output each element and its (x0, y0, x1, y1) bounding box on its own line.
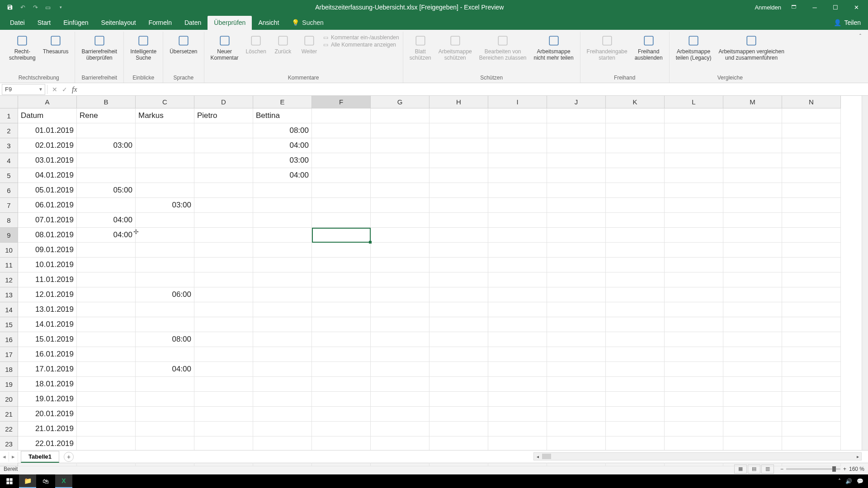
cell[interactable] (665, 287, 723, 302)
cell[interactable] (371, 183, 429, 198)
tab-start[interactable]: Start (31, 16, 57, 30)
action-center-icon[interactable]: 💬 (857, 478, 863, 484)
undo-icon[interactable]: ↶ (19, 4, 26, 11)
cell[interactable] (136, 213, 194, 228)
cell[interactable] (194, 332, 253, 347)
cell[interactable] (606, 272, 665, 287)
cell[interactable] (606, 138, 665, 153)
cell[interactable] (312, 302, 371, 317)
ribbon-button[interactable]: NeuerKommentar (208, 33, 241, 62)
cell[interactable] (547, 243, 606, 258)
cell[interactable] (429, 108, 488, 123)
cell[interactable] (723, 422, 782, 436)
cell[interactable] (665, 123, 723, 138)
cell[interactable] (253, 317, 312, 332)
cell[interactable] (371, 422, 429, 436)
cell[interactable] (136, 243, 194, 258)
cell[interactable] (194, 168, 253, 183)
zoom-out-icon[interactable]: − (780, 466, 783, 472)
cell[interactable] (665, 302, 723, 317)
cell[interactable]: 17.01.2019 (18, 362, 77, 377)
cell[interactable] (77, 332, 136, 347)
column-header[interactable]: G (371, 96, 429, 108)
cell[interactable] (665, 392, 723, 407)
cell[interactable] (371, 213, 429, 228)
cell[interactable] (606, 347, 665, 362)
cell[interactable] (136, 392, 194, 407)
cell[interactable]: 03:00 (136, 198, 194, 213)
cell[interactable] (253, 302, 312, 317)
row-header[interactable]: 18 (0, 362, 18, 377)
cell[interactable] (488, 392, 547, 407)
cell[interactable] (488, 302, 547, 317)
cell[interactable] (782, 108, 841, 123)
cell[interactable] (253, 198, 312, 213)
cell[interactable] (371, 198, 429, 213)
cell[interactable]: 16.01.2019 (18, 347, 77, 362)
cell[interactable] (77, 243, 136, 258)
cell[interactable] (371, 347, 429, 362)
cell[interactable] (77, 317, 136, 332)
cell[interactable] (77, 347, 136, 362)
cell[interactable] (665, 377, 723, 392)
cell[interactable] (606, 228, 665, 243)
cell[interactable] (194, 317, 253, 332)
cell[interactable] (782, 362, 841, 377)
cell[interactable] (253, 258, 312, 272)
cell[interactable] (136, 436, 194, 451)
cell[interactable] (371, 436, 429, 451)
cell[interactable] (136, 258, 194, 272)
cell[interactable] (77, 436, 136, 451)
cell[interactable] (782, 302, 841, 317)
cell[interactable] (547, 362, 606, 377)
cell[interactable]: 07.01.2019 (18, 213, 77, 228)
cell[interactable] (371, 392, 429, 407)
cell[interactable] (665, 108, 723, 123)
cell[interactable] (194, 213, 253, 228)
tab-überprüfen[interactable]: Überprüfen (208, 16, 252, 30)
cell[interactable] (606, 377, 665, 392)
tab-einfügen[interactable]: Einfügen (57, 16, 94, 30)
vertical-scrollbar[interactable] (862, 96, 868, 450)
cell[interactable] (77, 198, 136, 213)
column-header[interactable]: M (723, 96, 782, 108)
cell[interactable]: 22.01.2019 (18, 436, 77, 451)
ribbon-button[interactable]: Recht-schreibung (6, 33, 38, 62)
cell[interactable] (371, 243, 429, 258)
excel-taskbar-icon[interactable]: X (55, 474, 72, 488)
row-header[interactable]: 22 (0, 422, 18, 436)
cell[interactable] (312, 243, 371, 258)
cell[interactable] (723, 258, 782, 272)
cell[interactable]: Datum (18, 108, 77, 123)
ribbon-button[interactable]: Freihandausblenden (632, 33, 665, 62)
tray-up-icon[interactable]: ˄ (838, 478, 841, 484)
cell[interactable] (77, 422, 136, 436)
cell[interactable] (782, 258, 841, 272)
cell[interactable] (723, 213, 782, 228)
cell[interactable] (136, 168, 194, 183)
cell[interactable] (665, 436, 723, 451)
cell[interactable] (371, 362, 429, 377)
ribbon-button[interactable]: Arbeitsmappenicht mehr teilen (531, 33, 576, 62)
row-header[interactable]: 16 (0, 332, 18, 347)
cell[interactable]: 21.01.2019 (18, 422, 77, 436)
cell[interactable]: 04:00 (136, 362, 194, 377)
cell[interactable] (723, 407, 782, 422)
cell[interactable] (253, 287, 312, 302)
cell[interactable]: 14.01.2019 (18, 317, 77, 332)
cell[interactable] (782, 243, 841, 258)
cell[interactable] (723, 168, 782, 183)
cell[interactable] (312, 377, 371, 392)
collapse-ribbon-icon[interactable]: ˆ (856, 33, 864, 41)
cell[interactable] (371, 272, 429, 287)
cell[interactable] (488, 347, 547, 362)
cell[interactable] (723, 287, 782, 302)
cell[interactable] (371, 258, 429, 272)
cell[interactable] (488, 153, 547, 168)
cell[interactable] (77, 377, 136, 392)
cell[interactable] (312, 138, 371, 153)
row-header[interactable]: 20 (0, 392, 18, 407)
cell[interactable] (312, 258, 371, 272)
cell[interactable] (136, 228, 194, 243)
cell[interactable] (429, 436, 488, 451)
